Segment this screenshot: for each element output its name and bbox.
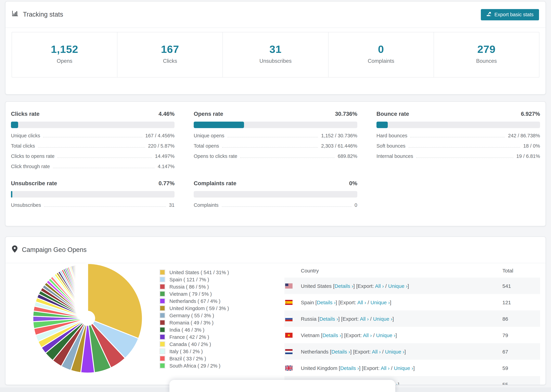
- bracket-end: ]: [392, 316, 394, 322]
- rate-row-value: 14.497%: [155, 154, 175, 159]
- rate-row-value: 0: [354, 202, 357, 208]
- rate-row-label: Unsubscribes: [11, 202, 41, 208]
- legend-item-south-africa: South Africa ( 29 / 2% ): [160, 363, 255, 369]
- geo-title: Campaign Geo Opens: [12, 245, 87, 254]
- stat-bounces: 279Bounces: [434, 32, 539, 77]
- rate-rows: Unique clicks167 / 4.456%Total clicks220…: [11, 133, 175, 169]
- slash-text: /: [366, 299, 370, 305]
- total-column-header: Total: [502, 267, 540, 273]
- rate-rows: Hard bounces242 / 86.738%Soft bounces18 …: [376, 133, 540, 159]
- rate-block-unsubscribe-rate: Unsubscribe rate0.77%Unsubscribes31: [11, 180, 175, 208]
- export-unique-link-united-kingdom[interactable]: Unique ›: [394, 365, 413, 371]
- details-link-russia[interactable]: Details ›: [319, 316, 338, 322]
- bar-chart-icon: [12, 10, 19, 19]
- geo-pie-chart: [31, 262, 144, 376]
- rate-row-label: Soft bounces: [376, 143, 405, 149]
- rate-row-value: 19 / 6.81%: [516, 154, 540, 159]
- legend-swatch: [160, 334, 165, 340]
- stat-value: 31: [223, 42, 328, 56]
- rate-row-clicks-to-opens-rate: Clicks to opens rate14.497%: [11, 154, 175, 159]
- bracket-text: ] [Export:: [338, 316, 360, 322]
- rate-progress-track: [11, 191, 175, 197]
- details-link-united-states[interactable]: Details ›: [335, 283, 353, 289]
- export-all-link-vietnam[interactable]: All ›: [363, 332, 372, 338]
- rate-row-label: Unique clicks: [11, 133, 40, 138]
- rate-head: Clicks rate4.46%: [11, 111, 175, 117]
- country-cell: Netherlands [Details ›] [Export: All › /…: [301, 349, 502, 354]
- export-basic-stats-button[interactable]: Export basic stats: [481, 9, 539, 20]
- rate-row-soft-bounces: Soft bounces18 / 0%: [376, 143, 540, 149]
- legend-swatch: [160, 356, 165, 361]
- export-all-link-netherlands[interactable]: All ›: [372, 349, 381, 354]
- legend-label: Germany ( 55 / 3% ): [170, 313, 214, 318]
- stat-unsubscribes: 31Unsubscribes: [223, 32, 328, 77]
- details-link-netherlands[interactable]: Details ›: [331, 349, 350, 354]
- total-cell: 86: [502, 316, 540, 322]
- export-unique-link-united-states[interactable]: Unique ›: [388, 283, 407, 289]
- stat-value: 1,152: [12, 42, 117, 56]
- details-link-vietnam[interactable]: Details ›: [322, 332, 341, 338]
- country-cell: Russia [Details ›] [Export: All › / Uniq…: [301, 316, 502, 322]
- export-icon: [486, 11, 491, 18]
- legend-swatch: [160, 348, 165, 354]
- legend-swatch: [160, 327, 165, 333]
- legend-label: United Kingdom ( 59 / 3% ): [170, 305, 229, 311]
- legend-item-germany: Germany ( 55 / 3% ): [160, 313, 255, 318]
- nl-flag-icon: [285, 349, 293, 354]
- stat-complaints: 0Complaints: [328, 32, 433, 77]
- tracking-stats-card: Tracking stats Export basic stats 1,152O…: [5, 1, 546, 95]
- gb-flag-icon: [285, 365, 293, 371]
- rate-row-unsubscribes: Unsubscribes31: [11, 202, 175, 208]
- legend-item-brazil: Brazil ( 33 / 2% ): [160, 356, 255, 361]
- table-row-russia: Russia [Details ›] [Export: All › / Uniq…: [284, 310, 540, 327]
- pie-center: [80, 311, 95, 326]
- country-cell: Vietnam [Details ›] [Export: All › / Uni…: [301, 332, 502, 338]
- rate-row-value: 18 / 0%: [523, 143, 540, 149]
- dotted-leader: [240, 154, 335, 158]
- legend-label: United States ( 541 / 31% ): [170, 270, 229, 275]
- rate-head: Unsubscribe rate0.77%: [11, 180, 175, 187]
- legend-item-italy: Italy ( 36 / 2% ): [160, 348, 255, 354]
- rate-progress-fill: [194, 122, 244, 128]
- details-link-united-kingdom[interactable]: Details ›: [340, 365, 359, 371]
- export-all-link-russia[interactable]: All ›: [360, 316, 369, 322]
- export-all-link-united-kingdom[interactable]: All ›: [381, 365, 390, 371]
- geo-header: Campaign Geo Opens: [6, 237, 545, 263]
- legend-swatch: [160, 291, 165, 297]
- export-unique-link-russia[interactable]: Unique ›: [373, 316, 392, 322]
- rate-row-label: Click through rate: [11, 164, 50, 169]
- rate-row-label: Total opens: [194, 143, 219, 149]
- rates-card: Clicks rate4.46%Unique clicks167 / 4.456…: [5, 101, 546, 226]
- rate-block-complaints-rate: Complaints rate0%Complaints0: [194, 180, 357, 208]
- export-unique-link-vietnam[interactable]: Unique ›: [376, 332, 396, 338]
- details-link-spain[interactable]: Details ›: [317, 299, 336, 305]
- rate-progress-track: [194, 191, 357, 197]
- export-unique-link-netherlands[interactable]: Unique ›: [385, 349, 404, 354]
- bracket-end: ]: [404, 349, 406, 354]
- bracket-text: ] [Export:: [336, 299, 357, 305]
- rate-progress-fill: [11, 191, 13, 197]
- rate-progress-fill: [11, 122, 18, 128]
- bracket-end: ]: [413, 365, 415, 371]
- export-all-link-spain[interactable]: All ›: [357, 299, 366, 305]
- legend-swatch: [160, 305, 165, 311]
- slash-text: /: [381, 349, 385, 354]
- rate-row-total-clicks: Total clicks220 / 5.87%: [11, 143, 175, 149]
- export-unique-link-spain[interactable]: Unique ›: [370, 299, 390, 305]
- total-cell: 67: [502, 349, 540, 354]
- export-all-link-united-states[interactable]: All ›: [375, 283, 384, 289]
- geo-legend: United States ( 541 / 31% )Spain ( 121 /…: [160, 269, 255, 370]
- slash-text: /: [372, 332, 376, 338]
- dotted-leader: [409, 143, 520, 147]
- legend-swatch: [160, 341, 165, 347]
- rate-row-internal-bounces: Internal bounces19 / 6.81%: [376, 154, 540, 159]
- stat-value: 0: [328, 42, 433, 56]
- legend-label: Romania ( 49 / 3% ): [170, 320, 213, 325]
- rate-title: Bounce rate: [376, 111, 409, 117]
- rate-row-value: 31: [169, 202, 175, 208]
- rate-row-value: 242 / 86.738%: [508, 133, 540, 138]
- rate-progress-track: [11, 122, 175, 128]
- legend-label: India ( 46 / 3% ): [170, 327, 205, 332]
- legend-swatch: [160, 363, 165, 369]
- country-name: Spain [: [301, 299, 317, 305]
